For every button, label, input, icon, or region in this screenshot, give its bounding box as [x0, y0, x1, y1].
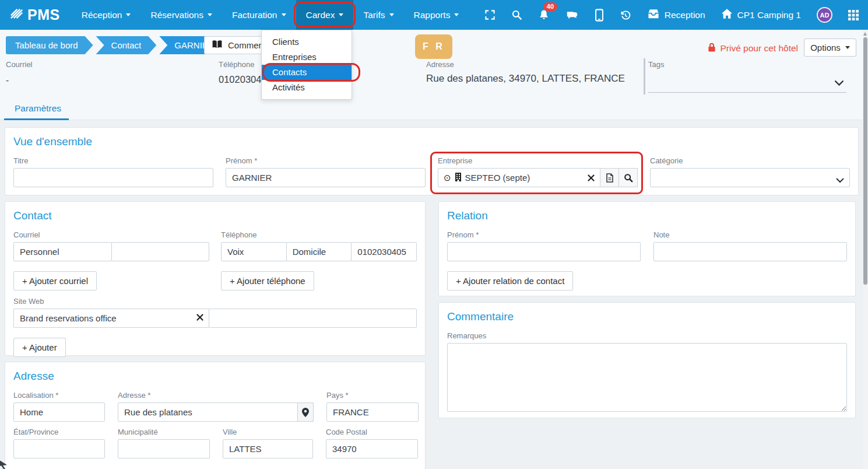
add-phone-button[interactable]: + Ajouter téléphone	[221, 271, 314, 290]
section-commentaire: Commentaire Remarques	[438, 302, 856, 418]
code-postal-input[interactable]	[326, 439, 418, 459]
scrollbar-thumb[interactable]	[863, 37, 867, 285]
phone-number-input[interactable]	[351, 242, 417, 261]
adresse-input[interactable]	[118, 402, 298, 422]
relation-note-label: Note	[653, 230, 847, 239]
breadcrumb-dashboard[interactable]: Tableau de bord	[6, 36, 93, 54]
menu-reservations[interactable]: Réservations	[140, 0, 222, 30]
entreprise-input[interactable]: ⊙ SEPTEO (septe)	[438, 168, 600, 187]
menu-cardex[interactable]: Cardex	[296, 0, 354, 30]
categorie-select-input[interactable]	[650, 168, 850, 187]
entreprise-search-button[interactable]	[619, 168, 638, 187]
etat-province-label: État/Province	[13, 428, 105, 436]
lock-icon	[708, 43, 716, 54]
entreprise-details-button[interactable]	[600, 168, 619, 187]
breadcrumb: Tableau de bord Contact GARNIER	[6, 36, 230, 54]
app-logo[interactable]: PMS	[0, 6, 72, 23]
messages-chat-icon[interactable]	[565, 9, 579, 21]
phone-type-input[interactable]	[221, 242, 287, 261]
menu-item-activites[interactable]: Activités	[262, 80, 352, 95]
caret-down-icon	[282, 13, 286, 16]
user-avatar[interactable]: AD	[817, 7, 832, 23]
website-type-input[interactable]	[13, 309, 209, 328]
tab-strip: Paramètres	[0, 99, 868, 120]
adresse-header-label: Adresse	[426, 60, 454, 69]
search-icon[interactable]	[511, 9, 522, 20]
language-flag-badge: F R	[415, 34, 452, 59]
section-title: Contact	[13, 209, 417, 222]
private-hotel-label: Privé pour cet hôtel	[720, 43, 798, 54]
courriel-value: -	[6, 75, 9, 86]
municipalite-input[interactable]	[118, 439, 210, 459]
menu-tarifs[interactable]: Tarifs	[353, 0, 403, 30]
building-icon	[455, 173, 462, 183]
notifications-bell-icon[interactable]: 40	[538, 9, 550, 21]
categorie-select[interactable]	[650, 168, 850, 187]
notifications-count-badge: 40	[543, 2, 557, 11]
app-title: PMS	[27, 6, 60, 23]
history-icon[interactable]	[620, 9, 631, 21]
relation-note-input[interactable]	[653, 242, 847, 261]
scrollbar-up-arrow[interactable]	[863, 32, 867, 36]
municipalite-label: Municipalité	[118, 428, 210, 436]
remarques-textarea[interactable]	[447, 343, 847, 412]
fullscreen-icon[interactable]	[484, 9, 496, 20]
map-pin-button[interactable]	[297, 402, 314, 422]
prenom-label: Prénom *	[226, 156, 426, 165]
email-address-input[interactable]	[111, 242, 210, 261]
options-button[interactable]: Options	[804, 38, 856, 57]
cardex-dropdown-menu: Clients Entreprises Contacts Activités	[261, 30, 352, 100]
caret-down-icon	[339, 13, 343, 16]
section-title: Adresse	[13, 370, 417, 383]
remarques-label: Remarques	[447, 331, 847, 340]
website-clear-icon[interactable]	[196, 314, 203, 321]
entreprise-clear-icon[interactable]	[588, 174, 595, 181]
adresse-header-value: Rue des platanes, 34970, LATTES, FRANCE	[426, 73, 625, 85]
categorie-label: Catégorie	[650, 156, 850, 165]
menu-item-clients[interactable]: Clients	[262, 34, 352, 50]
tags-divider	[644, 58, 645, 94]
pays-input[interactable]	[326, 402, 419, 422]
menu-item-contacts[interactable]: Contacts	[262, 65, 352, 80]
apps-grid-icon[interactable]	[848, 10, 859, 20]
add-website-button[interactable]: + Ajouter	[13, 338, 66, 357]
chevron-down-icon	[836, 175, 844, 186]
menu-item-entreprises[interactable]: Entreprises	[262, 50, 352, 65]
mouse-cursor	[0, 459, 8, 469]
prenom-input[interactable]	[226, 168, 426, 187]
email-type-input[interactable]	[13, 242, 112, 261]
contact-telephone-label: Téléphone	[221, 230, 417, 239]
menu-facturation[interactable]: Facturation	[222, 0, 296, 30]
pms-stripes-icon	[9, 6, 24, 23]
website-url-input[interactable]	[209, 309, 417, 328]
entreprise-label: Entreprise	[438, 156, 638, 165]
tags-field-underline[interactable]	[648, 92, 846, 93]
reception-inbox-button[interactable]: Reception	[647, 8, 705, 22]
tab-parametres[interactable]: Paramètres	[15, 103, 61, 114]
relation-prenom-input[interactable]	[447, 242, 641, 261]
mobile-device-icon[interactable]	[595, 9, 604, 22]
menu-reception[interactable]: Réception	[72, 0, 141, 30]
contact-form: Vue d'ensemble Titre Prénom * Entreprise…	[0, 120, 868, 469]
tags-label: Tags	[648, 60, 664, 69]
localisation-input[interactable]	[13, 402, 105, 422]
caret-down-icon	[454, 13, 459, 16]
caret-down-icon	[389, 13, 394, 16]
section-title: Commentaire	[447, 310, 847, 323]
add-phone-label: + Ajouter téléphone	[230, 276, 305, 286]
ville-input[interactable]	[223, 439, 313, 459]
titre-input[interactable]	[13, 168, 213, 187]
property-selector[interactable]: CP1 Camping 1	[721, 8, 801, 22]
section-relation: Relation Prénom * Note + Ajouter relatio…	[438, 201, 856, 296]
top-navbar: PMS Réception Réservations Facturation C…	[0, 0, 868, 30]
menu-rapports[interactable]: Rapports	[404, 0, 469, 30]
entreprise-value: SEPTEO (septe)	[465, 173, 584, 183]
tags-chevron-down-icon[interactable]	[834, 78, 844, 89]
etat-province-input[interactable]	[13, 439, 105, 459]
main-menu: Réception Réservations Facturation Carde…	[72, 0, 469, 30]
phone-location-input[interactable]	[286, 242, 352, 261]
courriel-label: Courriel	[6, 60, 33, 69]
add-relation-button[interactable]: + Ajouter relation de contact	[447, 271, 573, 290]
add-email-button[interactable]: + Ajouter courriel	[13, 271, 97, 290]
breadcrumb-contact[interactable]: Contact	[96, 36, 157, 54]
